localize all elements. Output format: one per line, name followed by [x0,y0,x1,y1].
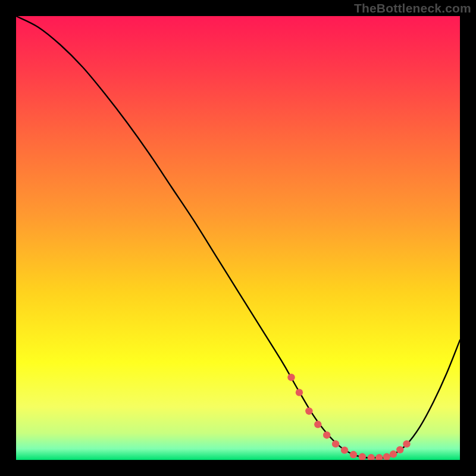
optimal-dot [323,431,330,439]
optimal-dot [341,446,348,453]
optimal-dot [296,389,303,396]
chart-svg [16,16,460,460]
optimal-dot [332,440,339,447]
chart-frame: TheBottleneck.com [0,0,476,476]
optimal-dot [305,408,312,415]
optimal-dot [350,451,357,458]
optimal-dot [287,374,295,381]
plot-area [16,16,460,460]
optimal-dot [403,440,410,447]
watermark-text: TheBottleneck.com [354,1,471,15]
optimal-dot [396,446,403,453]
gradient-rect [16,16,460,460]
optimal-dot [390,450,397,458]
optimal-dot [314,421,321,428]
